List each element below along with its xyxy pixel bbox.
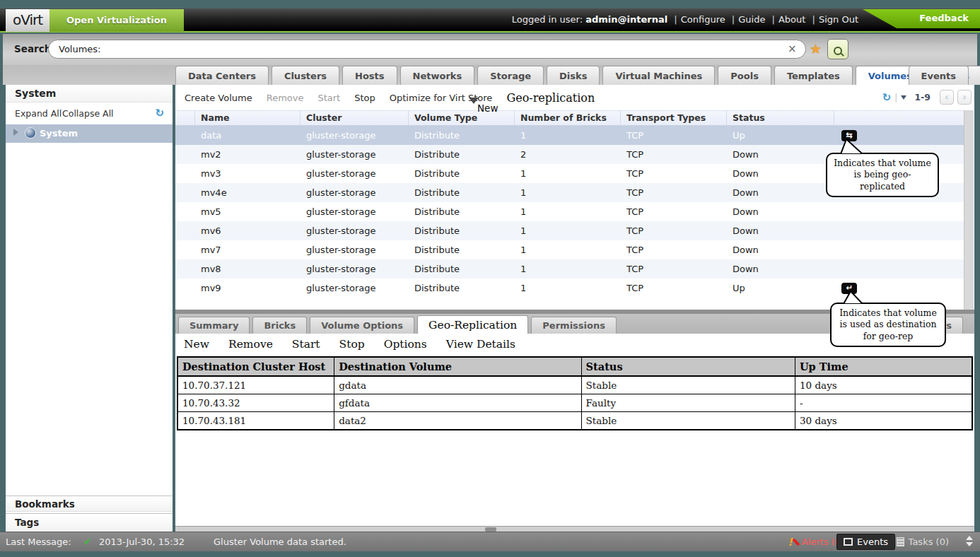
clear-search-icon[interactable]: ×: [788, 42, 797, 55]
table-row-mv8[interactable]: mv8 gluster-storage Distribute 1 TCP Dow…: [175, 259, 964, 278]
expand-all-link[interactable]: Expand All: [15, 108, 62, 119]
tab-networks[interactable]: Networks: [400, 66, 475, 85]
georep-options-button[interactable]: Options: [384, 338, 427, 351]
georep-header-row: Destination Cluster Host Destination Vol…: [177, 357, 972, 376]
table-row-mv5[interactable]: mv5 gluster-storage Distribute 1 TCP Dow…: [175, 202, 964, 221]
subtab-geo-replication[interactable]: Geo-Replication: [417, 315, 528, 334]
detail-horizontal-scrollbar[interactable]: [175, 526, 974, 532]
subtab-bricks[interactable]: Bricks: [252, 317, 307, 334]
grid-refresh-icon[interactable]: ↻: [882, 91, 892, 104]
subtab-permissions[interactable]: Permissions: [531, 317, 617, 334]
tasks-button[interactable]: Tasks (0): [892, 534, 953, 550]
start-button[interactable]: Start: [317, 93, 340, 103]
tab-pools[interactable]: Pools: [718, 66, 771, 85]
table-row-mv6[interactable]: mv6 gluster-storage Distribute 1 TCP Dow…: [175, 221, 964, 240]
search-button[interactable]: [827, 39, 848, 59]
cell-cluster: gluster-storage: [301, 149, 409, 160]
tree-panel-controls: Expand All Collapse All ↻: [6, 104, 173, 122]
tab-hosts[interactable]: Hosts: [342, 66, 397, 85]
tab-events[interactable]: Events: [909, 66, 969, 85]
cell-cluster: gluster-storage: [301, 187, 409, 198]
cell-uptime: 30 days: [795, 412, 972, 430]
georep-row[interactable]: 10.70.43.181 data2 Stable 30 days: [177, 412, 972, 430]
cell-status: Down: [727, 264, 834, 274]
last-message-text: Gluster Volume data started.: [214, 532, 346, 551]
column-header-bricks[interactable]: Number of Bricks: [515, 111, 621, 125]
cell-transport: TCP: [621, 149, 727, 160]
configure-link[interactable]: Configure: [681, 14, 725, 25]
subtab-summary[interactable]: Summary: [178, 317, 250, 334]
refresh-options-caret-icon[interactable]: [901, 95, 906, 100]
collapse-all-link[interactable]: Collapse All: [62, 108, 114, 119]
about-link[interactable]: About: [778, 14, 805, 25]
cell-status: Down: [727, 149, 834, 160]
geo-replication-table: Destination Cluster Host Destination Vol…: [177, 356, 973, 430]
cell-volume-type: Distribute: [409, 245, 515, 255]
cell-bricks: 1: [515, 283, 621, 293]
cell-transport: TCP: [621, 187, 727, 198]
tab-virtual-machines[interactable]: Virtual Machines: [602, 66, 715, 85]
cell-status: Down: [727, 206, 834, 217]
bookmark-star-icon[interactable]: ★: [810, 41, 822, 57]
tab-templates[interactable]: Templates: [774, 66, 853, 85]
column-header-transport[interactable]: Transport Types: [621, 111, 727, 125]
geo-replication-menu-item-new[interactable]: New: [477, 102, 498, 114]
cell-transport: TCP: [621, 130, 727, 141]
volumes-main-panel: Create Volume Remove Start Stop Optimize…: [175, 85, 974, 532]
brand-title: Open Virtualization Manager: [49, 9, 184, 32]
remove-button[interactable]: Remove: [267, 93, 304, 103]
cell-name: mv5: [195, 206, 301, 217]
tab-data-centers[interactable]: Data Centers: [175, 66, 269, 85]
subtab-volume-options[interactable]: Volume Options: [310, 317, 414, 334]
bookmarks-section-header[interactable]: Bookmarks: [6, 496, 173, 512]
search-input[interactable]: [48, 40, 806, 59]
georep-stop-button[interactable]: Stop: [339, 338, 365, 351]
create-volume-button[interactable]: Create Volume: [185, 93, 252, 103]
tab-clusters[interactable]: Clusters: [272, 66, 339, 85]
stop-button[interactable]: Stop: [354, 93, 375, 103]
tasks-clipboard-icon: [897, 537, 904, 546]
cell-name: mv8: [195, 264, 301, 274]
tree-panel-title: System: [6, 85, 173, 102]
grid-vertical-scrollbar[interactable]: [964, 110, 974, 310]
page-range-label: 1-9: [914, 92, 931, 102]
georep-remove-button[interactable]: Remove: [228, 338, 273, 351]
statusbar-collapse-toggle[interactable]: [966, 536, 973, 546]
volumes-toolbar: Create Volume Remove Start Stop Optimize…: [175, 85, 974, 110]
column-header-name[interactable]: Name: [195, 111, 301, 125]
column-header-status[interactable]: Status: [727, 111, 834, 125]
tab-storage[interactable]: Storage: [477, 66, 544, 85]
callout-tail: [839, 139, 874, 154]
events-button[interactable]: Events: [836, 534, 895, 550]
tags-section-header[interactable]: Tags: [6, 513, 173, 532]
column-header-cluster[interactable]: Cluster: [301, 111, 409, 125]
cell-bricks: 1: [515, 130, 621, 141]
alert-wrench-icon: [792, 538, 800, 546]
georep-row[interactable]: 10.70.43.32 gfdata Faulty -: [177, 394, 972, 412]
georep-row[interactable]: 10.70.37.121 gdata Stable 10 days: [177, 376, 972, 394]
tree-expander-icon[interactable]: [13, 129, 18, 136]
georep-new-button[interactable]: New: [184, 338, 209, 351]
cell-transport: TCP: [621, 245, 727, 255]
volume-down-icon: [182, 225, 190, 236]
cell-volume-type: Distribute: [409, 168, 515, 179]
tab-disks[interactable]: Disks: [547, 66, 600, 85]
tasks-label: Tasks (0): [909, 537, 949, 547]
next-page-button[interactable]: ›: [957, 90, 972, 105]
user-session-bar: Logged in user: admin@internal |Configur…: [512, 8, 858, 31]
last-message-label: Last Message:: [6, 532, 71, 551]
column-header-volume-type[interactable]: Volume Type: [409, 111, 515, 125]
sign-out-link[interactable]: Sign Out: [819, 14, 858, 25]
georep-start-button[interactable]: Start: [292, 338, 320, 351]
georep-view-details-button[interactable]: View Details: [446, 338, 515, 351]
prev-page-button[interactable]: ‹: [940, 90, 954, 105]
grid-pager: ↻ | 1-9 ‹ ›: [882, 90, 972, 105]
cell-cluster: gluster-storage: [301, 168, 409, 179]
cell-bricks: 2: [515, 149, 621, 160]
tree-refresh-icon[interactable]: ↻: [155, 107, 164, 119]
guide-link[interactable]: Guide: [738, 14, 765, 25]
cell-transport: TCP: [621, 168, 727, 179]
tree-item-system[interactable]: System: [6, 124, 173, 143]
table-row-mv7[interactable]: mv7 gluster-storage Distribute 1 TCP Dow…: [175, 240, 964, 259]
geo-replication-menu-button[interactable]: Geo-replication: [506, 91, 595, 105]
